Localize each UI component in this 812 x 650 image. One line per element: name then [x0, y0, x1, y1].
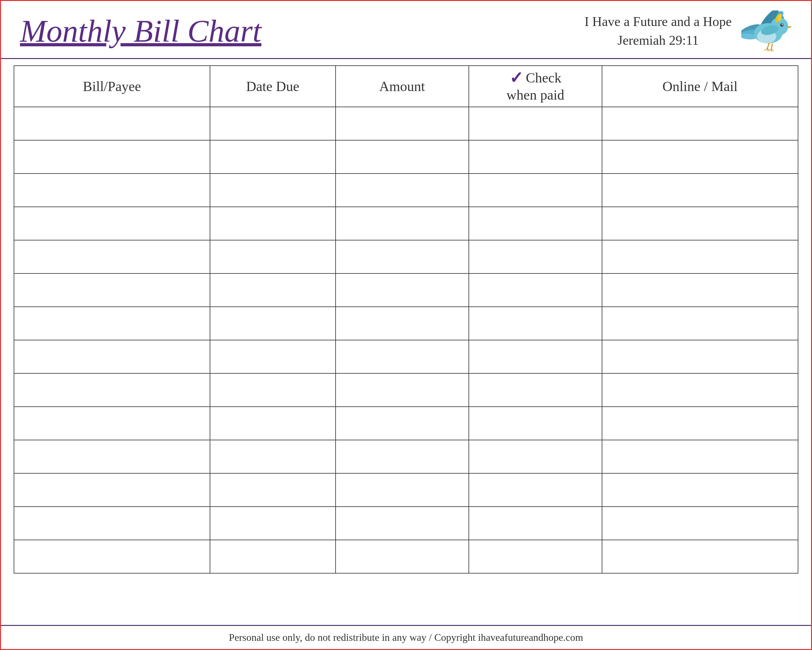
col-header-online: Online / Mail — [602, 66, 798, 107]
table-cell[interactable] — [210, 507, 336, 540]
table-cell[interactable] — [469, 540, 602, 573]
svg-line-18 — [764, 49, 767, 50]
table-cell[interactable] — [602, 407, 798, 440]
table-cell[interactable] — [602, 473, 798, 507]
table-row — [14, 373, 798, 407]
table-row — [14, 273, 798, 307]
col-header-check: ✓ Check when paid — [469, 66, 602, 107]
table-cell[interactable] — [210, 307, 336, 340]
table-cell[interactable] — [336, 540, 469, 573]
table-row — [14, 307, 798, 340]
table-cell[interactable] — [469, 140, 602, 174]
table-cell[interactable] — [469, 207, 602, 240]
table-cell[interactable] — [602, 340, 798, 373]
table-cell[interactable] — [469, 107, 602, 140]
table-header-row: Bill/Payee Date Due Amount ✓ Check — [14, 66, 798, 107]
table-cell[interactable] — [602, 440, 798, 473]
table-cell[interactable] — [336, 407, 469, 440]
table-cell[interactable] — [602, 107, 798, 140]
table-cell[interactable] — [469, 507, 602, 540]
table-cell[interactable] — [14, 140, 210, 174]
table-cell[interactable] — [336, 207, 469, 240]
table-cell[interactable] — [336, 273, 469, 307]
table-cell[interactable] — [14, 240, 210, 273]
table-cell[interactable] — [469, 340, 602, 373]
table-cell[interactable] — [336, 174, 469, 207]
table-cell[interactable] — [336, 307, 469, 340]
table-cell[interactable] — [210, 140, 336, 174]
table-cell[interactable] — [469, 473, 602, 507]
table-cell[interactable] — [469, 373, 602, 407]
table-row — [14, 140, 798, 174]
table-cell[interactable] — [336, 473, 469, 507]
bird-svg — [741, 11, 792, 52]
table-cell[interactable] — [336, 107, 469, 140]
page-container: Monthly Bill Chart I Have a Future and a… — [0, 0, 812, 650]
check-header-content: ✓ Check when paid — [469, 70, 602, 103]
table-cell[interactable] — [336, 373, 469, 407]
table-cell[interactable] — [14, 507, 210, 540]
table-cell[interactable] — [14, 107, 210, 140]
table-cell[interactable] — [210, 107, 336, 140]
table-cell[interactable] — [14, 540, 210, 573]
table-cell[interactable] — [210, 273, 336, 307]
table-row — [14, 540, 798, 573]
table-cell[interactable] — [210, 340, 336, 373]
table-cell[interactable] — [602, 373, 798, 407]
table-cell[interactable] — [602, 174, 798, 207]
col-header-bill: Bill/Payee — [14, 66, 210, 107]
table-cell[interactable] — [210, 174, 336, 207]
table-cell[interactable] — [602, 273, 798, 307]
table-cell[interactable] — [14, 273, 210, 307]
table-cell[interactable] — [210, 240, 336, 273]
table-cell[interactable] — [14, 373, 210, 407]
table-cell[interactable] — [602, 540, 798, 573]
table-cell[interactable] — [469, 174, 602, 207]
table-cell[interactable] — [14, 307, 210, 340]
svg-point-9 — [781, 24, 783, 25]
col-header-amount: Amount — [336, 66, 469, 107]
table-cell[interactable] — [14, 407, 210, 440]
bill-chart-table: Bill/Payee Date Due Amount ✓ Check — [14, 66, 798, 574]
table-cell[interactable] — [602, 207, 798, 240]
table-cell[interactable] — [469, 240, 602, 273]
checkmark-icon: ✓ — [510, 70, 524, 86]
svg-line-16 — [767, 43, 769, 49]
table-row — [14, 174, 798, 207]
footer-text: Personal use only, do not redistribute i… — [229, 632, 583, 643]
table-cell[interactable] — [469, 440, 602, 473]
svg-line-23 — [771, 49, 774, 51]
table-cell[interactable] — [210, 540, 336, 573]
table-row — [14, 407, 798, 440]
bird-icon — [741, 11, 792, 52]
table-cell[interactable] — [469, 307, 602, 340]
header-right: I Have a Future and a Hope Jeremiah 29:1… — [585, 11, 792, 52]
table-row — [14, 207, 798, 240]
header: Monthly Bill Chart I Have a Future and a… — [1, 1, 811, 59]
table-cell[interactable] — [336, 507, 469, 540]
scripture-block: I Have a Future and a Hope Jeremiah 29:1… — [585, 12, 732, 50]
table-cell[interactable] — [469, 273, 602, 307]
table-cell[interactable] — [210, 207, 336, 240]
table-cell[interactable] — [14, 340, 210, 373]
table-cell[interactable] — [336, 240, 469, 273]
table-cell[interactable] — [14, 473, 210, 507]
table-cell[interactable] — [336, 140, 469, 174]
table-cell[interactable] — [336, 340, 469, 373]
table-cell[interactable] — [602, 307, 798, 340]
table-cell[interactable] — [14, 174, 210, 207]
title-block: Monthly Bill Chart — [20, 14, 261, 49]
table-cell[interactable] — [14, 207, 210, 240]
table-cell[interactable] — [210, 373, 336, 407]
check-word: Check — [526, 70, 562, 86]
table-cell[interactable] — [469, 407, 602, 440]
check-bottom: when paid — [507, 87, 564, 103]
table-cell[interactable] — [210, 407, 336, 440]
table-cell[interactable] — [210, 473, 336, 507]
table-cell[interactable] — [14, 440, 210, 473]
table-cell[interactable] — [602, 140, 798, 174]
table-cell[interactable] — [336, 440, 469, 473]
table-cell[interactable] — [602, 507, 798, 540]
table-cell[interactable] — [602, 240, 798, 273]
table-cell[interactable] — [210, 440, 336, 473]
